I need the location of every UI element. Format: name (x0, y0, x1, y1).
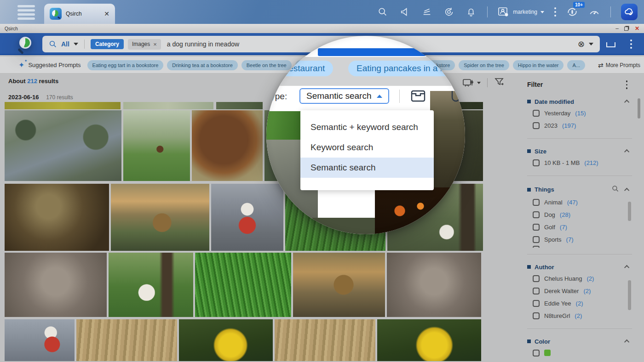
magnified-divider (266, 85, 465, 86)
sidebar-scrollbar[interactable] (638, 96, 640, 360)
checkbox[interactable] (533, 288, 540, 294)
checkbox[interactable] (533, 236, 540, 243)
result-image[interactable] (293, 253, 385, 317)
search-type-dropdown[interactable]: Semantic search (299, 88, 389, 104)
search-type-option[interactable]: Semantic search (300, 158, 434, 178)
checkbox[interactable] (533, 275, 540, 282)
filter-section-header[interactable]: Author (527, 264, 632, 271)
clear-search-icon[interactable]: ⊗ (578, 39, 585, 49)
checkbox[interactable] (533, 199, 540, 206)
result-image[interactable] (275, 319, 375, 361)
checkbox[interactable] (533, 350, 540, 356)
resource-monitor-gauge-icon[interactable] (588, 6, 600, 18)
filter-item[interactable]: Dog(28) (533, 209, 632, 221)
user-menu[interactable]: marketing (498, 6, 544, 17)
maximize-button[interactable] (624, 27, 628, 31)
background-tasks-icon[interactable] (421, 6, 433, 18)
filter-section-header[interactable]: Date modified (527, 98, 632, 105)
result-image[interactable] (123, 102, 213, 109)
close-button[interactable]: ✕ (635, 26, 639, 31)
prompt-chip[interactable]: A... (567, 60, 585, 70)
search-options-kebab-icon[interactable] (630, 40, 632, 49)
result-image[interactable] (5, 110, 121, 181)
result-image[interactable] (179, 319, 273, 361)
collapse-chevron-icon[interactable] (624, 149, 629, 154)
remove-filter-icon[interactable]: × (153, 41, 157, 48)
result-image[interactable] (5, 253, 107, 317)
collapse-chevron-icon[interactable] (624, 100, 629, 105)
result-image[interactable] (5, 319, 75, 361)
myqnapcloud-icon[interactable] (621, 4, 638, 20)
filter-item-list: Chelus Huang(2)Derek Walter(2)Eddie Yee(… (533, 272, 632, 322)
filter-item[interactable]: Animal(47) (533, 196, 632, 209)
filter-kebab-icon[interactable] (626, 80, 628, 89)
announcement-icon[interactable] (399, 6, 411, 18)
filter-item[interactable]: Yesterday(15) (533, 107, 632, 119)
section-scrollbar[interactable] (628, 199, 631, 245)
checkbox[interactable] (533, 312, 540, 319)
result-image[interactable] (192, 110, 263, 181)
checkbox[interactable] (533, 211, 540, 218)
search-icon (49, 40, 57, 48)
more-prompts-button[interactable]: ⇄ More Prompts (598, 57, 640, 74)
taskbar-kebab-icon[interactable] (554, 7, 556, 17)
scope-caret-icon[interactable] (74, 43, 78, 45)
collapse-chevron-icon[interactable] (624, 265, 629, 270)
view-settings-button[interactable] (462, 78, 481, 88)
filter-item[interactable]: Golf(7) (533, 221, 632, 233)
resource-pin-icon[interactable]: 10+ (566, 6, 578, 18)
prompt-chip[interactable]: Spider on the tree (459, 60, 509, 70)
global-search-icon[interactable] (377, 6, 389, 18)
checkbox[interactable] (533, 122, 540, 129)
minimize-button[interactable]: – (615, 26, 619, 31)
notifications-bell-icon[interactable] (465, 6, 477, 18)
checkbox[interactable] (533, 224, 540, 231)
filter-toggle-button[interactable] (494, 77, 505, 89)
search-type-option[interactable]: Semantic + keyword search (300, 117, 434, 137)
result-image[interactable] (377, 319, 481, 361)
search-type-option[interactable]: Keyword search (300, 137, 434, 158)
filter-section-header[interactable]: Size (527, 148, 632, 155)
archive-box-icon[interactable] (410, 87, 426, 106)
result-image[interactable] (5, 102, 121, 109)
result-image[interactable] (123, 110, 190, 181)
result-image[interactable] (195, 253, 291, 317)
result-image[interactable] (109, 253, 193, 317)
filter-item[interactable]: 2023(197) (533, 119, 632, 132)
result-image[interactable] (387, 253, 481, 317)
prompt-chip[interactable]: Hippo in the water (513, 60, 564, 70)
result-image[interactable] (76, 319, 177, 361)
filter-item[interactable]: Sports(7) (533, 233, 632, 246)
section-scrollbar[interactable] (628, 277, 631, 319)
filter-item[interactable]: Derek Walter(2) (533, 285, 632, 297)
dock-search-bar-icon[interactable] (606, 42, 615, 47)
result-image[interactable] (111, 184, 209, 251)
search-scope-selector[interactable]: All (61, 40, 69, 48)
prompt-chip[interactable]: Drinking tea at a bookstore (167, 60, 237, 70)
result-image[interactable] (5, 184, 109, 251)
prompt-chip[interactable]: Eating egg tart in a bookstore (87, 60, 164, 70)
collapse-chevron-icon[interactable] (624, 339, 629, 345)
result-image[interactable] (211, 184, 283, 251)
sync-icon[interactable] (443, 6, 455, 18)
filter-item[interactable]: Chelus Huang(2) (533, 272, 632, 285)
filter-item[interactable] (533, 347, 632, 359)
checkbox[interactable] (533, 300, 540, 307)
main-menu-icon[interactable] (17, 5, 35, 20)
filter-item[interactable]: 10 KB - 1 MB(212) (533, 157, 632, 169)
app-tab-qsirch[interactable]: Qsirch ✕ (44, 4, 115, 24)
filter-item[interactable]: Eddie Yee(2) (533, 297, 632, 310)
section-search-icon[interactable] (612, 185, 619, 194)
prompt-chip[interactable]: Beetle on the tree (242, 60, 292, 70)
collapse-chevron-icon[interactable] (624, 187, 629, 192)
checkbox[interactable] (533, 159, 540, 166)
images-filter-chip[interactable]: Images × (128, 39, 161, 50)
filter-item[interactable]: N8tureGrl(2) (533, 310, 632, 322)
filter-section-header[interactable]: Things (527, 185, 632, 194)
result-image[interactable] (216, 102, 263, 109)
search-history-caret-icon[interactable] (589, 43, 593, 45)
checkbox[interactable] (533, 110, 540, 117)
tab-close-icon[interactable]: ✕ (104, 10, 109, 17)
filter-section-header[interactable]: Color (527, 338, 632, 345)
notification-count-badge: 10+ (573, 2, 585, 8)
